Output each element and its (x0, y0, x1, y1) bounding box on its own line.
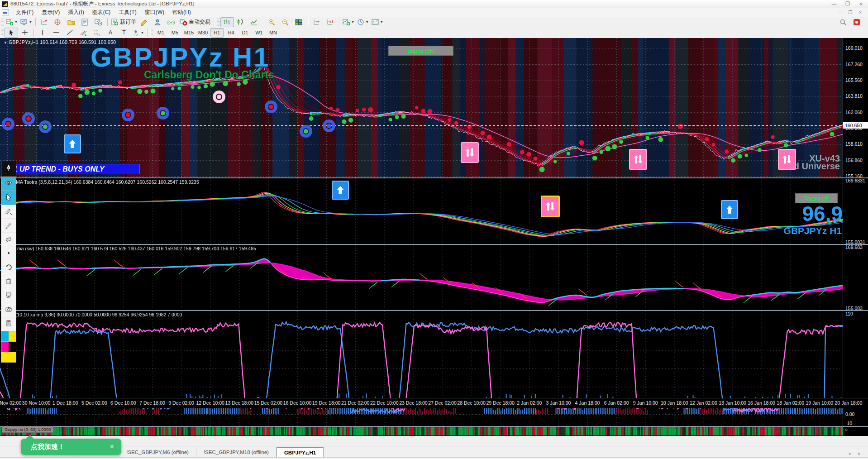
signals-button[interactable] (165, 17, 178, 27)
periods-button[interactable]: ▼ (356, 17, 370, 27)
autotrading-button[interactable]: 自动交易 (178, 17, 212, 27)
close-button[interactable]: × (854, 0, 868, 8)
palette-pen-icon[interactable] (1, 161, 16, 177)
child-minimize-button[interactable]: — (835, 9, 845, 15)
menu-window[interactable]: 窗口(W) (141, 8, 168, 17)
menu-insert[interactable]: 插入(I) (64, 8, 88, 17)
metaeditor-button[interactable] (138, 17, 151, 27)
terminal-button[interactable] (78, 17, 92, 27)
templates-button[interactable]: ▼ (370, 17, 385, 27)
auto-scroll-button[interactable] (324, 17, 337, 27)
palette-color-swatch[interactable] (1, 341, 16, 352)
indicators-list-button[interactable]: ▼ (341, 17, 356, 27)
community-button[interactable] (151, 17, 165, 27)
strategy-tester-button[interactable] (92, 17, 105, 27)
navigator-button[interactable] (65, 17, 78, 27)
menu-tools[interactable]: 工具(T) (114, 8, 140, 17)
axis-tick-label: 167.260 (845, 62, 863, 67)
line-chart-button[interactable] (248, 17, 261, 27)
child-close-button[interactable]: × (855, 9, 865, 15)
zoom-in-button[interactable] (265, 17, 279, 27)
oscillator-canvas[interactable] (0, 311, 843, 426)
accelerator-popup[interactable]: 点我加速！ × (21, 439, 121, 455)
timeframe-h1[interactable]: H1 (210, 28, 224, 38)
fibonacci-tool-button[interactable]: F (90, 28, 104, 38)
chart-tab-4[interactable]: GBPJPYz,H1 (277, 447, 324, 458)
chart-plot-area[interactable] (0, 38, 843, 436)
color-swatch[interactable] (9, 352, 16, 362)
market-watch-button[interactable] (38, 17, 51, 27)
timeframe-w1[interactable]: W1 (253, 28, 266, 38)
timeframe-h4[interactable]: H4 (224, 28, 238, 38)
chart-tab-2[interactable]: !SEC_GBPJPY,M6 (offline) (119, 447, 196, 458)
chart-tab-3[interactable]: !SEC_GBPJPY,M18 (offline) (196, 447, 277, 458)
ema-taotra-canvas[interactable] (0, 178, 843, 244)
child-restore-button[interactable]: ❐ (845, 9, 855, 15)
minimize-button[interactable]: — (827, 0, 841, 8)
palette-camera-icon[interactable] (1, 303, 16, 317)
popup-close-icon[interactable]: × (110, 443, 114, 451)
zoom-out-button[interactable] (279, 17, 292, 27)
label-tool-button[interactable]: T (117, 28, 131, 38)
panel-separator[interactable] (0, 310, 868, 311)
timeframe-m15[interactable]: M15 (182, 28, 196, 38)
palette-eraser-icon[interactable] (1, 233, 16, 247)
palette-easel-icon[interactable] (1, 289, 16, 303)
data-window-button[interactable] (51, 17, 65, 27)
vline-icon (39, 29, 47, 36)
palette-undo-icon[interactable] (1, 261, 16, 275)
trendline-tool-button[interactable] (63, 28, 76, 38)
promo-app-button[interactable] (850, 17, 863, 27)
equidistant-channel-tool-button[interactable]: E (76, 28, 90, 38)
text-tool-button[interactable]: A (104, 28, 117, 38)
bar-chart-button[interactable] (220, 17, 234, 27)
color-swatch[interactable] (1, 352, 9, 362)
cursor-tool-button[interactable] (5, 28, 18, 38)
palette-color-swatch[interactable] (1, 352, 16, 363)
ma-sw-canvas[interactable] (0, 245, 843, 310)
palette-dot-icon[interactable] (1, 247, 16, 261)
menu-charts[interactable]: 图表(C) (88, 8, 115, 17)
time-axis-label: 16 Jan 18:00 (748, 400, 775, 406)
palette-marker-icon[interactable] (1, 205, 16, 219)
taotra-toggle-button[interactable]: Taotra-off (795, 193, 838, 203)
candlestick-chart-button[interactable] (234, 17, 248, 27)
profiles-button[interactable]: ▼ (19, 17, 33, 27)
panel-separator[interactable] (0, 426, 868, 427)
time-axis-label: 9 Dec 02:00 (168, 400, 194, 406)
guppy-toggle-button[interactable]: guppy ON (388, 46, 453, 56)
color-swatch[interactable] (1, 331, 9, 341)
tab-scroll-left[interactable]: ◂ (844, 449, 854, 458)
maximize-button[interactable]: ❐ (841, 0, 854, 8)
arrows-tool-button[interactable]: ▼ (131, 28, 145, 38)
palette-trash-icon[interactable] (1, 275, 16, 289)
menu-file[interactable]: 文件(F) (12, 8, 38, 17)
tile-windows-button[interactable] (292, 17, 306, 27)
panel-separator[interactable] (0, 177, 868, 178)
timeframe-d1[interactable]: D1 (238, 28, 252, 38)
search-button[interactable] (836, 17, 850, 27)
menu-help[interactable]: 帮助(H) (168, 8, 195, 17)
panel-separator[interactable] (0, 244, 868, 245)
timeframe-m5[interactable]: M5 (168, 28, 181, 38)
color-swatch[interactable] (9, 342, 16, 352)
horizontal-line-tool-button[interactable] (49, 28, 63, 38)
new-order-button[interactable]: 新订单 (110, 17, 138, 27)
menu-view[interactable]: 显示(V) (38, 8, 64, 17)
timeframe-m30[interactable]: M30 (196, 28, 210, 38)
palette-pencil-icon[interactable] (1, 219, 16, 233)
chart-shift-button[interactable] (310, 17, 324, 27)
tab-scroll-right[interactable]: ▸ (854, 449, 864, 458)
color-swatch[interactable] (9, 331, 16, 341)
palette-cursor-icon[interactable] (1, 191, 16, 205)
palette-eye-icon[interactable] (1, 177, 16, 191)
timeframe-m1[interactable]: M1 (154, 28, 167, 38)
crosshair-tool-button[interactable] (18, 28, 32, 38)
new-chart-button[interactable]: ▼ (5, 17, 19, 27)
guppy-rsi-canvas[interactable] (0, 427, 843, 436)
palette-clipboard-icon[interactable] (1, 317, 16, 331)
color-swatch[interactable] (1, 342, 9, 352)
timeframe-mn[interactable]: MN (267, 28, 280, 38)
palette-color-swatch[interactable] (1, 331, 16, 342)
vertical-line-tool-button[interactable] (36, 28, 49, 38)
